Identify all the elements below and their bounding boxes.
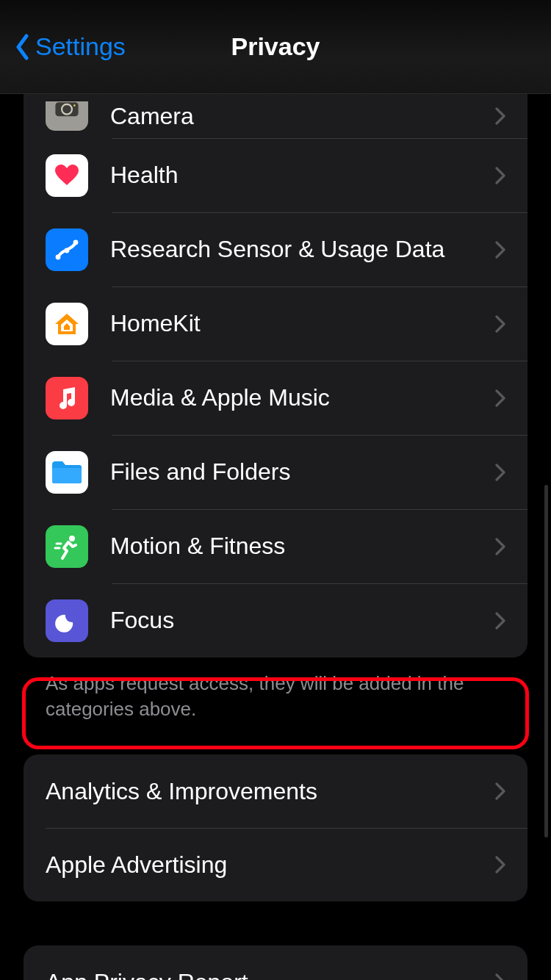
research-icon	[46, 228, 88, 271]
back-button[interactable]: Settings	[15, 32, 126, 61]
chevron-right-icon	[495, 538, 505, 555]
health-icon	[46, 154, 88, 197]
row-label: Files and Folders	[110, 458, 495, 486]
row-camera[interactable]: Camera	[24, 94, 527, 138]
chevron-right-icon	[495, 389, 505, 407]
chevron-right-icon	[495, 612, 505, 630]
focus-icon	[46, 599, 88, 642]
analytics-group: Analytics & Improvements Apple Advertisi…	[24, 754, 527, 901]
chevron-right-icon	[495, 167, 505, 184]
chevron-right-icon	[495, 315, 505, 333]
page-title: Privacy	[231, 32, 320, 61]
group-footer-text: As apps request access, they will be add…	[24, 657, 527, 754]
homekit-icon	[46, 303, 88, 345]
row-label: Camera	[110, 103, 495, 130]
svg-point-3	[56, 254, 61, 259]
row-motion-fitness[interactable]: Motion & Fitness	[24, 509, 527, 583]
chevron-right-icon	[495, 107, 505, 125]
svg-point-7	[69, 536, 75, 541]
row-label: Apple Advertising	[46, 851, 495, 879]
row-app-privacy-report[interactable]: App Privacy Report	[24, 945, 527, 980]
chevron-right-icon	[495, 973, 505, 980]
scrollbar[interactable]	[544, 485, 548, 837]
svg-point-4	[65, 248, 70, 253]
chevron-right-icon	[495, 856, 505, 873]
row-homekit[interactable]: HomeKit	[24, 287, 527, 361]
row-files-folders[interactable]: Files and Folders	[24, 435, 527, 509]
chevron-right-icon	[495, 464, 505, 481]
row-label: App Privacy Report	[46, 969, 495, 980]
row-label: Media & Apple Music	[110, 384, 495, 411]
row-research[interactable]: Research Sensor & Usage Data	[24, 212, 527, 287]
row-label: Focus	[110, 607, 495, 634]
files-icon	[46, 451, 88, 494]
row-label: Analytics & Improvements	[46, 778, 495, 805]
row-label: Motion & Fitness	[110, 533, 495, 560]
back-label: Settings	[35, 32, 126, 61]
nav-bar: Settings Privacy	[0, 0, 551, 94]
privacy-report-group: App Privacy Report	[24, 945, 527, 980]
privacy-categories-group: Camera Health Research Sensor & Usage Da…	[24, 94, 527, 657]
row-focus[interactable]: Focus	[24, 583, 527, 657]
svg-point-5	[73, 239, 79, 245]
row-analytics-improvements[interactable]: Analytics & Improvements	[24, 754, 527, 828]
music-icon	[46, 377, 88, 419]
row-label: Research Sensor & Usage Data	[110, 236, 495, 263]
row-label: Health	[110, 162, 495, 189]
svg-point-2	[73, 104, 75, 106]
chevron-right-icon	[495, 782, 505, 800]
chevron-left-icon	[15, 34, 31, 60]
svg-rect-6	[52, 468, 82, 483]
row-media-apple-music[interactable]: Media & Apple Music	[24, 361, 527, 435]
motion-icon	[46, 525, 88, 568]
chevron-right-icon	[495, 241, 505, 259]
row-label: HomeKit	[110, 310, 495, 337]
row-health[interactable]: Health	[24, 138, 527, 212]
camera-icon	[46, 101, 88, 131]
row-apple-advertising[interactable]: Apple Advertising	[24, 828, 527, 901]
